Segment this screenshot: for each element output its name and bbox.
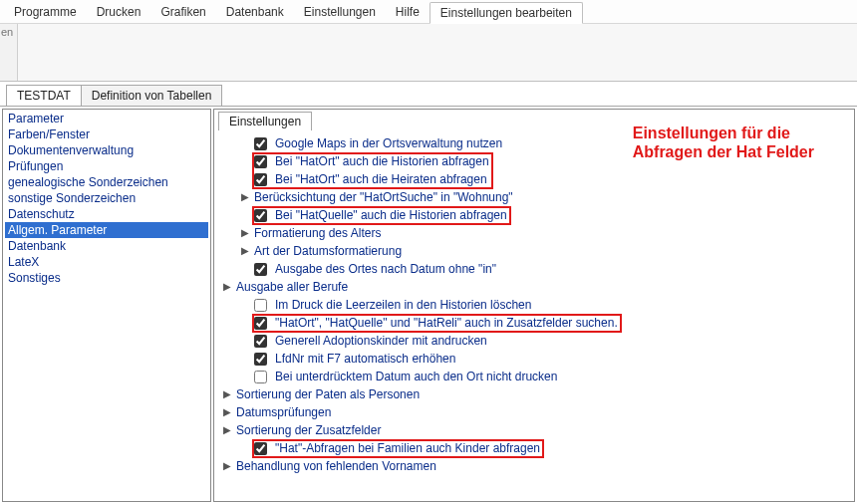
tree-checkbox[interactable]	[254, 442, 267, 455]
tab-testdat[interactable]: TESTDAT	[6, 85, 82, 106]
chevron-right-icon[interactable]: ▶	[240, 188, 250, 206]
tree-group[interactable]: ▶Art der Datumsformatierung	[236, 242, 848, 260]
sidebar-item-genealogische-sonderzeichen[interactable]: genealogische Sonderzeichen	[5, 174, 208, 190]
menu-item-einstellungen-bearbeiten[interactable]: Einstellungen bearbeiten	[429, 2, 583, 24]
tree-label: Bei "HatQuelle" auch die Historien abfra…	[275, 206, 507, 224]
sidebar-item-sonstiges[interactable]: Sonstiges	[5, 270, 208, 286]
tree-label: Datumsprüfungen	[236, 403, 331, 421]
tree-group[interactable]: ▶Sortierung der Zusatzfelder	[236, 421, 848, 439]
tree-group[interactable]: ▶Ausgabe aller Berufe	[236, 278, 848, 296]
tree-check[interactable]: "HatOrt", "HatQuelle" und "HatReli" auch…	[236, 314, 848, 332]
tree-label: Formatierung des Alters	[254, 224, 381, 242]
menu-item-drucken[interactable]: Drucken	[87, 2, 151, 22]
tree-check[interactable]: Bei "HatOrt" auch die Heiraten abfragen	[236, 170, 848, 188]
chevron-right-icon[interactable]: ▶	[240, 224, 250, 242]
tree-group[interactable]: ▶Sortierung der Paten als Personen	[236, 385, 848, 403]
main-tabs: TESTDATDefinition von Tabellen	[0, 82, 857, 106]
sidebar-item-sonstige-sonderzeichen[interactable]: sonstige Sonderzeichen	[5, 190, 208, 206]
tree-label: Ausgabe des Ortes nach Datum ohne "in"	[275, 260, 496, 278]
ribbon-strip: en	[0, 24, 857, 82]
chevron-right-icon[interactable]: ▶	[222, 457, 232, 475]
sidebar-item-latex[interactable]: LateX	[5, 254, 208, 270]
tree-label: Bei unterdrücktem Datum auch den Ort nic…	[275, 368, 557, 385]
tree-label: Bei "HatOrt" auch die Heiraten abfragen	[275, 170, 487, 188]
tree-checkbox[interactable]	[254, 299, 267, 312]
menubar: ProgrammeDruckenGrafikenDatenbankEinstel…	[0, 0, 857, 24]
tree-label: Google Maps in der Ortsverwaltung nutzen	[275, 134, 502, 152]
tree-tab-settings[interactable]: Einstellungen	[218, 112, 312, 130]
menu-item-datenbank[interactable]: Datenbank	[216, 2, 294, 22]
menu-item-grafiken[interactable]: Grafiken	[150, 2, 215, 22]
tree-label: Generell Adoptionskinder mit andrucken	[275, 332, 487, 350]
tree-panel: Einstellungen Google Maps in der Ortsver…	[213, 109, 855, 502]
chevron-right-icon[interactable]: ▶	[222, 278, 232, 296]
tree-group[interactable]: ▶Behandlung von fehlenden Vornamen	[236, 457, 848, 475]
tree-checkbox[interactable]	[254, 263, 267, 276]
tree-label: Bei "HatOrt" auch die Historien abfragen	[275, 152, 489, 170]
tree-label: "HatOrt", "HatQuelle" und "HatReli" auch…	[275, 314, 618, 332]
tree-label: Ausgabe aller Berufe	[236, 278, 348, 296]
tree-check[interactable]: Im Druck die Leerzeilen in den Historien…	[236, 296, 848, 314]
tree-check[interactable]: LfdNr mit F7 automatisch erhöhen	[236, 350, 848, 368]
tree-checkbox[interactable]	[254, 371, 267, 383]
chevron-right-icon[interactable]: ▶	[222, 385, 232, 403]
annotation-text: Einstellungen für die Abfragen der Hat F…	[633, 124, 814, 161]
sidebar: ParameterFarben/FensterDokumentenverwalt…	[2, 109, 211, 502]
sidebar-item-parameter[interactable]: Parameter	[5, 111, 208, 126]
toolbar-fragment: en	[0, 24, 18, 81]
sidebar-item-datenschutz[interactable]: Datenschutz	[5, 206, 208, 222]
tree-label: LfdNr mit F7 automatisch erhöhen	[275, 350, 455, 368]
sidebar-item-dokumentenverwaltung[interactable]: Dokumentenverwaltung	[5, 142, 208, 158]
tree-check[interactable]: Bei unterdrücktem Datum auch den Ort nic…	[236, 368, 848, 385]
tree-label: "Hat"-Abfragen bei Familien auch Kinder …	[275, 439, 540, 457]
tree-label: Art der Datumsformatierung	[254, 242, 402, 260]
tree-label: Im Druck die Leerzeilen in den Historien…	[275, 296, 531, 314]
tree-checkbox[interactable]	[254, 353, 267, 366]
tree-group[interactable]: ▶Datumsprüfungen	[236, 403, 848, 421]
menu-item-programme[interactable]: Programme	[4, 2, 87, 22]
sidebar-item-pr-fungen[interactable]: Prüfungen	[5, 158, 208, 174]
panels: ParameterFarben/FensterDokumentenverwalt…	[0, 106, 857, 504]
tree-checkbox[interactable]	[254, 173, 267, 186]
tree-checkbox[interactable]	[254, 209, 267, 222]
sidebar-item-datenbank[interactable]: Datenbank	[5, 238, 208, 254]
tree-checkbox[interactable]	[254, 155, 267, 168]
menu-item-einstellungen[interactable]: Einstellungen	[294, 2, 386, 22]
tree-label: Behandlung von fehlenden Vornamen	[236, 457, 436, 475]
content-area: TESTDATDefinition von Tabellen Parameter…	[0, 82, 857, 504]
tree-check[interactable]: "Hat"-Abfragen bei Familien auch Kinder …	[236, 439, 848, 457]
tree-group[interactable]: ▶Formatierung des Alters	[236, 224, 848, 242]
menu-item-hilfe[interactable]: Hilfe	[386, 2, 429, 22]
chevron-right-icon[interactable]: ▶	[222, 421, 232, 439]
sidebar-item-allgem-parameter[interactable]: Allgem. Parameter	[5, 222, 208, 238]
tree-label: Sortierung der Zusatzfelder	[236, 421, 381, 439]
tab-definition-von-tabellen[interactable]: Definition von Tabellen	[81, 85, 223, 106]
chevron-right-icon[interactable]: ▶	[240, 242, 250, 260]
tree-checkbox[interactable]	[254, 335, 267, 348]
tree-checkbox[interactable]	[254, 137, 267, 150]
tree-label: Sortierung der Paten als Personen	[236, 385, 420, 403]
tree-checkbox[interactable]	[254, 317, 267, 330]
tree-label: Berücksichtung der "HatOrtSuche" in "Woh…	[254, 188, 513, 206]
tree-check[interactable]: Bei "HatQuelle" auch die Historien abfra…	[236, 206, 848, 224]
chevron-right-icon[interactable]: ▶	[222, 403, 232, 421]
annotation-line-1: Einstellungen für die	[633, 124, 814, 142]
sidebar-item-farben-fenster[interactable]: Farben/Fenster	[5, 126, 208, 142]
annotation-line-2: Abfragen der Hat Felder	[633, 142, 814, 161]
tree-group[interactable]: ▶Berücksichtung der "HatOrtSuche" in "Wo…	[236, 188, 848, 206]
tree-check[interactable]: Ausgabe des Ortes nach Datum ohne "in"	[236, 260, 848, 278]
tree-check[interactable]: Generell Adoptionskinder mit andrucken	[236, 332, 848, 350]
